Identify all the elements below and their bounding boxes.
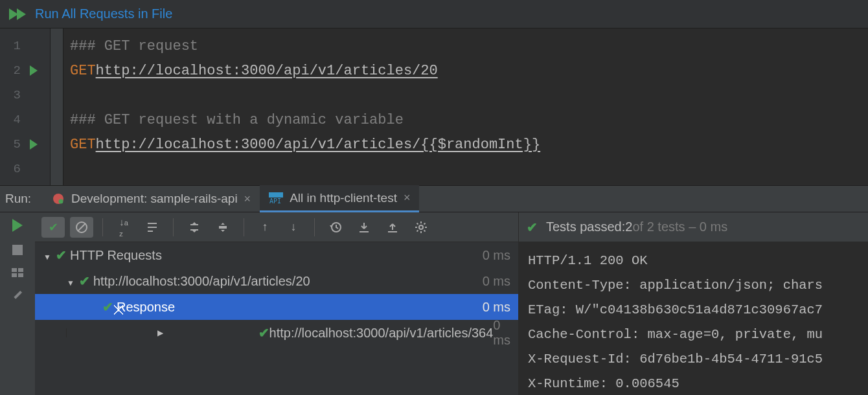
run-all-link[interactable]: Run All Requests in File (35, 6, 172, 21)
editor-marker-column (51, 28, 63, 185)
svg-line-5 (78, 223, 86, 231)
pin-icon[interactable] (10, 288, 25, 303)
code-line[interactable]: ### GET request (70, 34, 862, 58)
editor: 123456 ### GET requestGET http://localho… (0, 28, 868, 185)
response-line: Cache-Control: max-age=0, private, mu (528, 322, 868, 347)
tests-passed-suffix: of 2 tests – 0 ms (632, 220, 727, 234)
stop-icon[interactable] (12, 245, 23, 255)
editor-code[interactable]: ### GET requestGET http://localhost:3000… (63, 28, 868, 185)
close-icon[interactable]: × (404, 191, 411, 205)
svg-line-13 (424, 230, 426, 231)
collapse-all-icon[interactable] (211, 217, 234, 238)
svg-line-12 (417, 223, 418, 224)
tree-row[interactable]: ✔HTTP Requests0 ms (35, 242, 518, 268)
run-all-bar: Run All Requests in File (0, 0, 868, 28)
close-icon[interactable]: × (244, 192, 251, 206)
import-icon[interactable] (352, 217, 376, 238)
gutter-row: 2 (0, 58, 50, 83)
code-line[interactable]: GET http://localhost:3000/api/v1/article… (70, 132, 862, 157)
line-number: 2 (0, 63, 25, 78)
layout-icon[interactable] (12, 268, 23, 277)
tree-arrow-icon[interactable] (66, 274, 75, 289)
check-icon: ✔ (79, 273, 93, 289)
collapse-icon[interactable] (141, 217, 164, 238)
tree-row-label: Response (117, 300, 175, 315)
api-icon: API (269, 192, 283, 204)
run-tab-label: Development: sample-rails-api (71, 192, 238, 206)
code-token: http://localhost:3000/api/v1/articles/20 (96, 63, 438, 79)
run-tab[interactable]: APIAll in http-client-test× (260, 185, 419, 212)
tree-row[interactable]: ✔http://localhost:3000/api/v1/articles/2… (35, 268, 518, 294)
check-icon: ✔ (258, 325, 269, 341)
code-token: GET (70, 137, 96, 153)
toolbar-divider (102, 218, 103, 236)
code-token: GET (70, 63, 96, 79)
response-line: X-Request-Id: 6d76be1b-4b54-4711-91c5 (528, 347, 868, 372)
tree-row-duration: 0 ms (493, 318, 510, 348)
run-toolwindow-header: Run: Development: sample-rails-api×APIAl… (0, 185, 868, 212)
toolbar-divider (173, 218, 174, 236)
response-line: Content-Type: application/json; chars (528, 273, 868, 298)
svg-line-15 (424, 223, 426, 224)
tree-row[interactable]: ✔Response0 ms (35, 294, 518, 320)
tree-row-label: http://localhost:3000/api/v1/articles/20 (93, 274, 310, 289)
gutter-play-icon[interactable] (30, 65, 38, 76)
tests-passed-count: 2 (625, 220, 632, 234)
svg-rect-2 (269, 192, 283, 198)
test-status-bar: ✔ Tests passed: 2 of 2 tests – 0 ms (519, 212, 868, 242)
sort-icon[interactable]: ↓az (112, 217, 135, 238)
prev-icon[interactable]: ↑ (253, 217, 277, 238)
svg-text:API: API (269, 198, 281, 204)
line-number: 3 (0, 88, 25, 102)
run-all-icon[interactable] (9, 8, 26, 20)
rerun-icon[interactable] (12, 219, 23, 232)
response-output[interactable]: HTTP/1.1 200 OKContent-Type: application… (519, 242, 868, 395)
editor-gutter: 123456 (0, 28, 51, 185)
line-number: 4 (0, 113, 25, 127)
run-tab[interactable]: Development: sample-rails-api× (43, 185, 260, 212)
code-token: ### GET request with a dynamic variable (70, 112, 404, 128)
run-toolwindow-body: ✔↓az↑↓ ✔HTTP Requests0 ms✔http://localho… (0, 212, 868, 395)
check-icon: ✔ (527, 220, 541, 235)
response-line: ETag: W/"c04138b630c51a4d871c30967ac7 (528, 298, 868, 322)
gutter-row: 5 (0, 132, 50, 157)
code-line[interactable] (70, 83, 862, 107)
gutter-row: 4 (0, 107, 50, 132)
disabled-icon[interactable] (70, 217, 93, 238)
toolbar-divider (314, 218, 315, 236)
tree-arrow-icon[interactable] (66, 328, 255, 337)
tree-row-label: http://localhost:3000/api/v1/articles/36… (269, 326, 494, 341)
test-toolbar: ✔↓az↑↓ (35, 212, 518, 242)
run-label: Run: (0, 192, 43, 206)
tree-row[interactable]: ✔http://localhost:3000/api/v1/articles/3… (35, 320, 518, 346)
tree-arrow-icon[interactable] (43, 248, 52, 263)
run-tab-label: All in http-client-test (290, 191, 397, 205)
gutter-row: 3 (0, 83, 50, 107)
line-number: 1 (0, 39, 25, 53)
svg-point-7 (419, 225, 423, 229)
test-tree[interactable]: ✔HTTP Requests0 ms✔http://localhost:3000… (35, 242, 518, 395)
next-icon[interactable]: ↓ (282, 217, 305, 238)
tree-row-duration: 0 ms (483, 248, 510, 263)
tests-passed-label: Tests passed: (546, 220, 625, 234)
rails-icon (52, 192, 65, 205)
line-number: 5 (0, 137, 25, 152)
gutter-play-icon[interactable] (30, 139, 38, 150)
code-line[interactable]: ### GET request with a dynamic variable (70, 107, 862, 132)
expand-all-icon[interactable] (183, 217, 206, 238)
code-line[interactable]: GET http://localhost:3000/api/v1/article… (70, 58, 862, 83)
run-action-strip (0, 212, 35, 395)
tree-row-duration: 0 ms (483, 274, 510, 289)
gutter-row: 6 (0, 157, 50, 181)
svg-point-1 (59, 199, 63, 204)
gutter-row: 1 (0, 34, 50, 58)
history-icon[interactable] (324, 217, 347, 238)
tree-row-label: HTTP Requests (70, 248, 162, 263)
svg-line-14 (417, 230, 418, 231)
code-token: ### GET request (70, 38, 198, 54)
check-icon[interactable]: ✔ (41, 217, 65, 238)
export-icon[interactable] (381, 217, 404, 238)
check-icon: ✔ (56, 247, 70, 263)
settings-icon[interactable] (409, 217, 433, 238)
code-line[interactable] (70, 157, 862, 181)
